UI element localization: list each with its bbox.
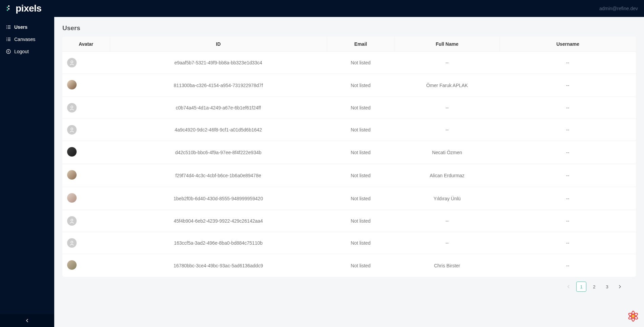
pagination-page-1[interactable]: 1 bbox=[576, 282, 586, 292]
cell-username: -- bbox=[500, 97, 636, 119]
cell-email: Not listed bbox=[327, 141, 395, 164]
avatar bbox=[67, 216, 77, 226]
cell-id: 45f4b904-6eb2-4239-9922-429c26142aa4 bbox=[110, 210, 327, 232]
app-header: pixels admin@refine.dev bbox=[0, 0, 644, 17]
column-header-id[interactable]: ID bbox=[110, 37, 327, 52]
cell-email: Not listed bbox=[327, 187, 395, 210]
avatar bbox=[67, 238, 77, 248]
cell-id: e9aaf5b7-5321-49f9-bb8a-bb323e1d33c4 bbox=[110, 52, 327, 74]
pagination: 123 bbox=[62, 282, 636, 292]
cell-email: Not listed bbox=[327, 232, 395, 254]
cell-email: Not listed bbox=[327, 210, 395, 232]
avatar bbox=[67, 193, 77, 203]
cell-username: -- bbox=[500, 164, 636, 187]
react-query-devtools-badge[interactable] bbox=[627, 310, 639, 322]
cell-id: f29f74d4-4c3c-4cbf-b6ce-1b6a0e89478e bbox=[110, 164, 327, 187]
svg-rect-3 bbox=[7, 9, 8, 11]
cell-username: -- bbox=[500, 119, 636, 141]
table-row[interactable]: f29f74d4-4c3c-4cbf-b6ce-1b6a0e89478eNot … bbox=[62, 164, 636, 187]
column-header-fullname[interactable]: Full Name bbox=[395, 37, 500, 52]
cell-fullname: -- bbox=[395, 210, 500, 232]
cell-fullname: -- bbox=[395, 97, 500, 119]
current-user-email: admin@refine.dev bbox=[599, 6, 638, 11]
table-row[interactable]: 163ccf5a-3ad2-496e-8ba0-bd884c75110bNot … bbox=[62, 232, 636, 254]
avatar bbox=[67, 103, 77, 113]
avatar bbox=[67, 260, 77, 270]
column-header-username[interactable]: Username bbox=[500, 37, 636, 52]
svg-point-4 bbox=[6, 25, 7, 26]
table-row[interactable]: 45f4b904-6eb2-4239-9922-429c26142aa4Not … bbox=[62, 210, 636, 232]
logo[interactable]: pixels bbox=[6, 3, 41, 14]
avatar bbox=[67, 170, 77, 180]
column-header-email[interactable]: Email bbox=[327, 37, 395, 52]
cell-id: d42c510b-bbc6-4f9a-97ee-8f4f222e934b bbox=[110, 141, 327, 164]
table-row[interactable]: 1beb2f0b-6d40-430d-8555-948999959420Not … bbox=[62, 187, 636, 210]
svg-point-6 bbox=[6, 27, 7, 27]
list-icon bbox=[6, 25, 11, 29]
avatar bbox=[67, 58, 77, 67]
cell-id: 1beb2f0b-6d40-430d-8555-948999959420 bbox=[110, 187, 327, 210]
svg-rect-15 bbox=[8, 40, 11, 41]
table-row[interactable]: 811300ba-c326-4154-a954-731922978d7fNot … bbox=[62, 74, 636, 97]
svg-point-20 bbox=[71, 219, 73, 221]
svg-rect-5 bbox=[8, 25, 11, 26]
cell-fullname: -- bbox=[395, 119, 500, 141]
cell-fullname: Chris Birster bbox=[395, 254, 500, 277]
svg-rect-7 bbox=[8, 27, 11, 27]
avatar bbox=[67, 125, 77, 135]
sidebar: UsersCanvasesLogout bbox=[0, 17, 54, 327]
svg-rect-0 bbox=[7, 7, 8, 8]
cell-email: Not listed bbox=[327, 119, 395, 141]
pagination-next-button[interactable] bbox=[615, 282, 625, 292]
table-row[interactable]: d42c510b-bbc6-4f9a-97ee-8f4f222e934bNot … bbox=[62, 141, 636, 164]
svg-rect-13 bbox=[8, 39, 11, 39]
svg-point-14 bbox=[6, 40, 7, 41]
sidebar-item-users[interactable]: Users bbox=[0, 21, 54, 33]
chevron-right-icon bbox=[618, 285, 622, 288]
sidebar-item-canvases[interactable]: Canvases bbox=[0, 33, 54, 45]
svg-rect-9 bbox=[8, 28, 11, 28]
page-title: Users bbox=[62, 24, 636, 32]
column-header-avatar[interactable]: Avatar bbox=[62, 37, 110, 52]
sidebar-collapse-button[interactable] bbox=[0, 314, 54, 327]
sidebar-item-label: Logout bbox=[14, 49, 29, 54]
svg-rect-2 bbox=[8, 8, 9, 9]
main-content: Users Avatar ID Email Full Name Username… bbox=[54, 17, 644, 327]
sidebar-item-label: Canvases bbox=[14, 37, 35, 42]
cell-username: -- bbox=[500, 232, 636, 254]
pagination-prev-button[interactable] bbox=[563, 282, 573, 292]
cell-id: 16780bbc-3ce4-49bc-93ac-5ad6136addc9 bbox=[110, 254, 327, 277]
pagination-page-3[interactable]: 3 bbox=[602, 282, 612, 292]
cell-id: c0b74a45-4d1a-4249-a67e-6b1ef61f24ff bbox=[110, 97, 327, 119]
table-row[interactable]: e9aaf5b7-5321-49f9-bb8a-bb323e1d33c4Not … bbox=[62, 52, 636, 74]
cell-username: -- bbox=[500, 187, 636, 210]
table-row[interactable]: 4a9c4920-9dc2-46f8-9cf1-a01d5d6b1642Not … bbox=[62, 119, 636, 141]
table-row[interactable]: 16780bbc-3ce4-49bc-93ac-5ad6136addc9Not … bbox=[62, 254, 636, 277]
cell-email: Not listed bbox=[327, 52, 395, 74]
logo-icon bbox=[6, 5, 14, 12]
cell-fullname: -- bbox=[395, 232, 500, 254]
svg-point-8 bbox=[6, 28, 7, 29]
cell-username: -- bbox=[500, 141, 636, 164]
logo-text: pixels bbox=[16, 3, 41, 14]
avatar bbox=[67, 80, 77, 89]
svg-point-25 bbox=[632, 315, 635, 318]
sidebar-item-label: Users bbox=[14, 24, 27, 30]
svg-point-21 bbox=[71, 241, 73, 243]
cell-id: 811300ba-c326-4154-a954-731922978d7f bbox=[110, 74, 327, 97]
pagination-page-2[interactable]: 2 bbox=[589, 282, 599, 292]
svg-point-16 bbox=[6, 49, 11, 54]
cell-email: Not listed bbox=[327, 164, 395, 187]
cell-username: -- bbox=[500, 74, 636, 97]
sidebar-item-logout[interactable]: Logout bbox=[0, 45, 54, 58]
avatar bbox=[67, 147, 77, 157]
users-table: Avatar ID Email Full Name Username e9aaf… bbox=[62, 37, 636, 277]
cell-fullname: -- bbox=[395, 52, 500, 74]
table-row[interactable]: c0b74a45-4d1a-4249-a67e-6b1ef61f24ffNot … bbox=[62, 97, 636, 119]
cell-email: Not listed bbox=[327, 74, 395, 97]
logout-icon bbox=[6, 49, 11, 54]
svg-point-19 bbox=[71, 128, 73, 130]
cell-email: Not listed bbox=[327, 254, 395, 277]
cell-fullname: Ömer Faruk APLAK bbox=[395, 74, 500, 97]
list-icon bbox=[6, 37, 11, 42]
